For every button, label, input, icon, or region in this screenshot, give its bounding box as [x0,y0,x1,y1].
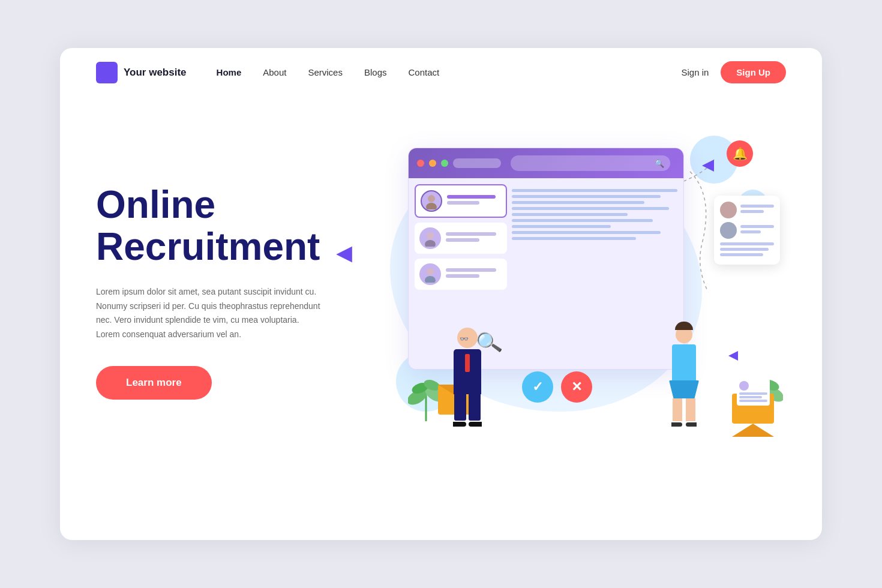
candidate-info-1 [447,195,501,207]
hero-illustration: 🔍 [360,124,786,460]
resume-avatar-1 [720,202,737,218]
arrow-deco-1 [702,160,714,175]
hero-description: Lorem ipsum dolor sit amet, sea putant s… [96,285,324,342]
learn-more-button[interactable]: Learn more [96,366,212,400]
hero-title: Online Recruitment ◀ [96,184,360,268]
resume-avatar-2 [720,222,737,239]
envelope-right [732,394,774,424]
cross-button[interactable]: ✕ [561,371,592,403]
resume-candidate-1 [720,202,774,218]
envelope-flap-right [732,424,774,437]
logo-area: Your website [96,62,187,83]
svg-point-5 [425,240,436,247]
notification-bell[interactable]: 🔔 [727,140,753,167]
hero-left: Online Recruitment ◀ Lorem ipsum dolor s… [96,184,360,400]
svg-point-7 [425,276,436,283]
navbar: Your website Home About Services Blogs C… [60,48,822,97]
page-container: Your website Home About Services Blogs C… [60,48,822,540]
candidate-avatar-3 [419,263,441,285]
logo-text: Your website [124,67,187,79]
browser-searchbar: 🔍 [511,155,670,171]
nav-actions: Sign in Sign Up [681,61,786,83]
arrow-deco-2 [728,351,738,364]
candidate-card-1 [415,184,507,218]
svg-marker-0 [702,160,714,172]
browser-tab [453,158,501,168]
sign-up-button[interactable]: Sign Up [721,61,786,83]
profile-lines [512,184,677,245]
svg-point-2 [428,195,435,202]
resume-preview [737,379,770,406]
candidate-card-2 [415,223,507,254]
browser-right-panel [512,184,677,363]
dot-red [417,160,424,167]
browser-topbar: 🔍 [409,148,683,178]
candidate-info-2 [446,232,502,244]
nav-about[interactable]: About [263,67,286,77]
svg-point-4 [427,232,434,239]
nav-links: Home About Services Blogs Contact [217,67,682,77]
figure-woman [669,322,699,427]
nav-services[interactable]: Services [308,67,343,77]
dot-green [441,160,448,167]
bell-icon: 🔔 [733,146,748,161]
candidate-avatar-1 [421,190,442,212]
hero-section: Online Recruitment ◀ Lorem ipsum dolor s… [60,97,822,505]
svg-point-3 [426,203,437,209]
svg-marker-1 [728,351,738,361]
nav-home[interactable]: Home [217,67,242,77]
candidate-card-3 [415,259,507,290]
sign-in-button[interactable]: Sign in [681,67,709,77]
envelope-body-right [732,394,774,424]
candidate-avatar-2 [419,227,441,249]
dot-orange [429,160,436,167]
figure-man: 👓 🔍 [453,328,482,427]
resume-candidate-2 [720,222,774,239]
logo-icon [96,62,118,83]
nav-blogs[interactable]: Blogs [364,67,387,77]
browser-content [409,178,683,369]
check-button[interactable]: ✓ [522,371,553,403]
resume-card [714,196,780,265]
browser-search-icon: 🔍 [655,159,664,168]
browser-window: 🔍 [408,148,684,370]
nav-contact[interactable]: Contact [409,67,440,77]
candidate-info-3 [446,268,502,280]
svg-point-6 [427,268,434,275]
